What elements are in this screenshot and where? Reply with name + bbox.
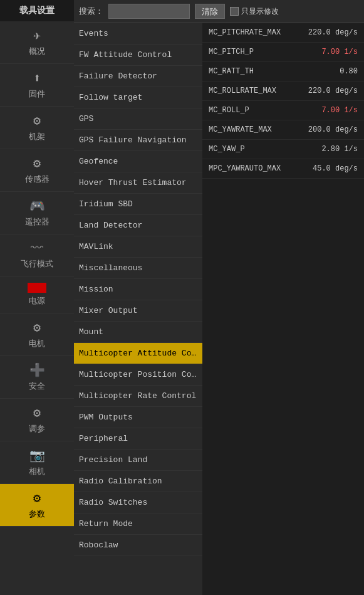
sidebar-item-label: 电机	[29, 338, 45, 349]
param-name: MC_YAW_P	[209, 145, 245, 154]
param-row: MC_RATT_TH0.80	[202, 62, 364, 82]
param-name: MC_YAWRATE_MAX	[209, 125, 272, 134]
param-value[interactable]: 0.80	[340, 67, 358, 76]
list-item[interactable]: Geofence	[74, 151, 202, 172]
sidebar-item-motor[interactable]: ⚙ 电机	[0, 313, 74, 356]
app-title: 载具设置	[0, 0, 74, 21]
param-row: MC_YAW_P2.80 1/s	[202, 140, 364, 159]
sidebar-item-label: 电源	[29, 295, 45, 307]
param-row: MC_ROLL_P7.00 1/s	[202, 101, 364, 120]
param-row: MPC_YAWRAUTO_MAX45.0 deg/s	[202, 159, 364, 179]
param-value[interactable]: 7.00 1/s	[321, 106, 358, 115]
sidebar-item-label: 相机	[29, 466, 45, 477]
sidebar-item-label: 机架	[29, 131, 45, 142]
main-panel: 搜索： 清除 只显示修改 EventsFW Attitude ControlFa…	[74, 0, 364, 595]
param-row: MC_PITCH_P7.00 1/s	[202, 43, 364, 62]
list-item[interactable]: Failure Detector	[74, 66, 202, 87]
sidebar-item-camera[interactable]: 📷 相机	[0, 441, 74, 484]
list-item[interactable]: MAVLink	[74, 236, 202, 258]
sidebar-item-label: 遥控器	[25, 216, 49, 228]
param-name: MC_ROLL_P	[209, 106, 249, 115]
list-item[interactable]: Peripheral	[74, 428, 202, 450]
list-item[interactable]: Follow target	[74, 87, 202, 108]
motor-icon: ⚙	[33, 320, 41, 335]
power-icon: ■■■	[28, 283, 46, 293]
list-item[interactable]: Mixer Output	[74, 300, 202, 322]
param-value[interactable]: 2.80 1/s	[321, 145, 358, 154]
param-row: MC_ROLLRATE_MAX220.0 deg/s	[202, 82, 364, 101]
camera-icon: 📷	[29, 448, 45, 463]
sidebar-item-power[interactable]: ■■■ 电源	[0, 276, 74, 313]
sensor-icon: ⚙	[33, 155, 41, 171]
flight-mode-icon: 〰	[31, 241, 43, 256]
content-area: EventsFW Attitude ControlFailure Detecto…	[74, 23, 364, 595]
param-value[interactable]: 200.0 deg/s	[308, 125, 358, 134]
tune-icon: ⚙	[33, 405, 41, 421]
list-item[interactable]: Multicopter Rate Control	[74, 386, 202, 407]
sidebar-item-params[interactable]: ⚙ 参数	[0, 484, 74, 527]
show-modified-text: 只显示修改	[241, 6, 279, 17]
sidebar-item-safety[interactable]: ➕ 安全	[0, 356, 74, 399]
params-icon: ⚙	[33, 490, 41, 506]
frame-icon: ⚙	[33, 113, 41, 129]
param-row: MC_YAWRATE_MAX200.0 deg/s	[202, 120, 364, 140]
sidebar-item-label: 固件	[29, 88, 45, 100]
show-modified-checkbox[interactable]	[230, 7, 239, 16]
sidebar-item-label: 飞行模式	[21, 258, 53, 270]
upload-icon: ⬆	[33, 70, 41, 86]
list-item[interactable]: PWM Outputs	[74, 407, 202, 428]
list-item[interactable]: Mount	[74, 322, 202, 343]
list-item[interactable]: Iridium SBD	[74, 194, 202, 215]
list-item[interactable]: Roboclaw	[74, 535, 202, 556]
param-value[interactable]: 220.0 deg/s	[308, 28, 358, 37]
sidebar-item-sensors[interactable]: ⚙ 传感器	[0, 149, 74, 192]
sidebar-item-firmware[interactable]: ⬆ 固件	[0, 64, 74, 107]
search-input[interactable]	[108, 4, 190, 19]
param-name: MC_PITCH_P	[209, 48, 254, 56]
sidebar-item-airframe[interactable]: ⚙ 机架	[0, 107, 74, 149]
safety-icon: ➕	[29, 362, 45, 378]
param-value[interactable]: 7.00 1/s	[321, 48, 358, 56]
params-panel: MC_PITCHRATE_MAX220.0 deg/sMC_PITCH_P7.0…	[202, 23, 364, 595]
param-name: MC_RATT_TH	[209, 67, 254, 76]
sidebar-item-label: 概况	[29, 46, 45, 57]
list-item[interactable]: Land Detector	[74, 215, 202, 236]
sidebar-item-label: 传感器	[25, 174, 49, 185]
sidebar-item-flight[interactable]: 〰 飞行模式	[0, 234, 74, 276]
list-item[interactable]: GPS	[74, 108, 202, 130]
list-item[interactable]: GPS Failure Navigation	[74, 130, 202, 151]
param-value[interactable]: 220.0 deg/s	[308, 87, 358, 95]
list-item[interactable]: Multicopter Attitude Contro	[74, 343, 202, 364]
list-item[interactable]: Mission	[74, 279, 202, 300]
param-value[interactable]: 45.0 deg/s	[313, 164, 358, 173]
list-item[interactable]: FW Attitude Control	[74, 45, 202, 66]
clear-button[interactable]: 清除	[195, 4, 225, 19]
list-item[interactable]: Events	[74, 23, 202, 45]
sidebar-item-label: 调参	[29, 423, 45, 434]
show-modified-label[interactable]: 只显示修改	[230, 6, 279, 17]
list-item[interactable]: Radio Switches	[74, 492, 202, 513]
sidebar-item-label: 安全	[29, 381, 45, 392]
list-item[interactable]: Radio Calibration	[74, 471, 202, 492]
list-item[interactable]: Multicopter Position Contro	[74, 364, 202, 386]
search-label: 搜索：	[79, 6, 103, 17]
param-name: MPC_YAWRAUTO_MAX	[209, 164, 281, 173]
list-item[interactable]: Miscellaneous	[74, 258, 202, 279]
list-item[interactable]: Hover Thrust Estimator	[74, 172, 202, 194]
sidebar-item-label: 参数	[29, 508, 45, 520]
list-item[interactable]: Return Mode	[74, 513, 202, 535]
list-item[interactable]: Precision Land	[74, 450, 202, 471]
search-bar: 搜索： 清除 只显示修改	[74, 0, 364, 23]
remote-icon: 🎮	[29, 198, 45, 214]
sidebar-item-remote[interactable]: 🎮 遥控器	[0, 192, 74, 234]
sidebar-item-overview[interactable]: ✈ 概况	[0, 21, 74, 64]
param-name: MC_PITCHRATE_MAX	[209, 28, 281, 37]
sidebar-item-tune[interactable]: ⚙ 调参	[0, 399, 74, 441]
category-list: EventsFW Attitude ControlFailure Detecto…	[74, 23, 202, 595]
param-row: MC_PITCHRATE_MAX220.0 deg/s	[202, 23, 364, 43]
param-name: MC_ROLLRATE_MAX	[209, 87, 276, 95]
plane-icon: ✈	[33, 28, 41, 43]
sidebar: 载具设置 ✈ 概况 ⬆ 固件 ⚙ 机架 ⚙ 传感器 🎮 遥控器 〰 飞行模式 ■…	[0, 0, 74, 595]
